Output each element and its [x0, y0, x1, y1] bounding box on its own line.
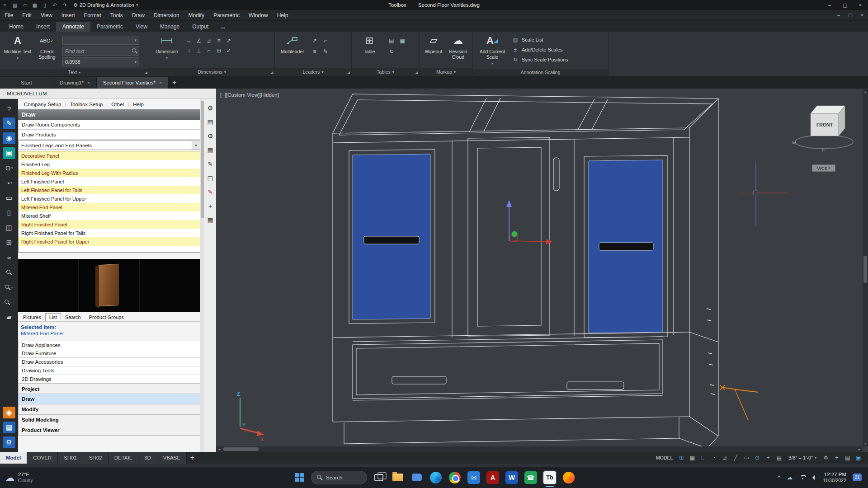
onedrive-cloud-icon[interactable]: ☁ [787, 474, 793, 481]
tab-company-setup[interactable]: Company Setup [20, 102, 66, 107]
dim-space-icon[interactable]: ⊞ [214, 47, 223, 55]
scrollbar-thumb[interactable] [201, 101, 204, 218]
horizontal-scrollbar[interactable]: ◂ ▸ [216, 446, 863, 452]
tables-dialog-launcher-icon[interactable]: ◢ [415, 70, 418, 75]
leader-add-icon[interactable]: ↗ [310, 37, 319, 45]
undo-icon[interactable]: ↶ [50, 0, 60, 10]
list-item[interactable]: Right Finished Panel for Upper [19, 237, 200, 246]
list-item[interactable]: Right Finished Panel [19, 220, 200, 229]
leader-collect-icon[interactable]: ✎ [321, 47, 330, 56]
multiline-text-button[interactable]: A Multiline Text ▾ [4, 34, 32, 61]
tab-search[interactable]: Search [61, 313, 85, 321]
zoom-window-icon[interactable]: ▭ [3, 296, 15, 308]
menu-file[interactable]: File [0, 10, 18, 21]
new-icon[interactable]: ▤ [10, 0, 20, 10]
menu-view[interactable]: View [36, 10, 57, 21]
menu-modify[interactable]: Modify [184, 10, 209, 21]
doc-tab-start[interactable]: Start [0, 77, 53, 89]
scrollbar-thumb[interactable] [223, 447, 259, 451]
section-draw[interactable]: Draw [18, 394, 200, 404]
scroll-right-icon[interactable]: ▸ [856, 447, 863, 451]
tab-other[interactable]: Other [107, 102, 129, 107]
search-box[interactable]: Search [311, 471, 367, 484]
table-extract-icon[interactable]: ▦ [398, 37, 407, 45]
text-style-combo[interactable]: ▾ [62, 36, 139, 45]
ribbon-tab-view[interactable]: View [129, 22, 154, 32]
weather-widget[interactable]: ☁ 27°F Cloudy [0, 472, 136, 483]
table-button[interactable]: ⊞ Table [355, 34, 383, 54]
check-spelling-button[interactable]: ABC✓ Check Spelling [35, 34, 59, 60]
list-item[interactable]: Finished Leg With Radius [19, 169, 200, 177]
task-view-button[interactable] [372, 470, 386, 485]
workspace-selector[interactable]: ⚙ 2D Drafting & Annotation ▾ [70, 2, 142, 8]
visibility-eye-icon[interactable]: ⊙▾ [3, 162, 15, 174]
polar-tracking-icon[interactable]: ◔ [709, 453, 719, 462]
leader-align-icon[interactable]: ≡ [310, 47, 319, 56]
wipeout-button[interactable]: ▱ Wipeout [423, 34, 444, 54]
paint-brush-icon[interactable]: ✎ [206, 188, 215, 197]
draw-furniture-row[interactable]: Draw Furniture [18, 349, 200, 358]
eraser-icon[interactable]: ▰ [3, 311, 15, 323]
clock[interactable]: 12:27 PM 11/30/2022 [823, 472, 846, 483]
toolbox-app-icon[interactable]: Tb [542, 470, 557, 485]
doc-tab-drawing1[interactable]: Drawing1*× [53, 77, 97, 89]
add-delete-scales-button[interactable]: ±Add/Delete Scales [512, 45, 568, 55]
palette-settings-icon[interactable]: ⚙ [3, 436, 15, 448]
leader-remove-icon[interactable]: ⌐ [321, 37, 330, 45]
annotation-scale-control[interactable]: 3/8" = 1'-0"▾ [785, 455, 820, 460]
save-icon[interactable]: ▦ [30, 0, 40, 10]
text-height-combo[interactable]: 0.0938▾ [62, 57, 139, 66]
firefox-icon[interactable] [561, 470, 576, 485]
isometric-drafting-icon[interactable]: ⊿ [720, 453, 730, 462]
sync-scale-positions-button[interactable]: ↻Sync Scale Positions [512, 55, 568, 65]
new-layout-button[interactable]: + [187, 454, 198, 462]
drawing-tools-row[interactable]: Drawing Tools [18, 366, 200, 375]
doc-close-button[interactable]: × [856, 11, 868, 20]
list-item[interactable]: Left Finished Panel [19, 177, 200, 186]
draw-room-components-row[interactable]: Draw Room Components [18, 120, 200, 130]
search-icon[interactable] [132, 48, 137, 54]
scroll-left-icon[interactable]: ◂ [216, 447, 222, 451]
preview-thumbnail[interactable] [18, 259, 79, 312]
menu-format[interactable]: Format [80, 10, 106, 21]
menu-parametric[interactable]: Parametric [209, 10, 244, 21]
doc-minimize-button[interactable]: – [833, 11, 844, 20]
drawing-viewport[interactable]: FRONT W S Z Y X [−][Custom View][Hidden] [216, 89, 868, 452]
radius-tool-icon[interactable]: ◉ [3, 132, 15, 144]
minimize-button[interactable]: – [822, 0, 837, 10]
edit-pencil-icon[interactable]: ✎ [206, 160, 215, 169]
draw-products-row[interactable]: Draw Products [18, 130, 200, 140]
menu-help[interactable]: Help [273, 10, 293, 21]
dim-continue-icon[interactable]: ↗ [224, 37, 233, 45]
mail-icon[interactable]: ✉ [467, 470, 481, 485]
menu-edit[interactable]: Edit [18, 10, 36, 21]
list-item[interactable]: Finished Leg [19, 160, 200, 169]
viewcube-west-label[interactable]: W [792, 141, 796, 145]
section-solid-modeling[interactable]: Solid Modeling [18, 415, 200, 425]
doc-restore-button[interactable]: ▢ [844, 11, 856, 20]
layout-tab-sh01[interactable]: SH01 [58, 452, 83, 464]
scrollbar-thumb[interactable] [863, 256, 867, 283]
layout-tab-3d[interactable]: 3D [138, 452, 157, 464]
text-dialog-launcher-icon[interactable]: ◢ [145, 70, 147, 75]
snap-mode-icon[interactable]: ▦ [687, 453, 697, 462]
file-explorer-icon[interactable] [391, 470, 405, 485]
table-link-icon[interactable]: ↻ [387, 47, 396, 56]
dimensions-dialog-launcher-icon[interactable]: ◢ [270, 70, 273, 75]
wcs-dropdown[interactable]: WCS▾ [812, 164, 835, 172]
chrome-icon[interactable] [448, 470, 462, 485]
compass-tool-icon[interactable]: ◔▾ [3, 177, 15, 189]
ribbon-tab-manage[interactable]: Manage [154, 22, 186, 32]
find-text-input[interactable] [62, 47, 139, 56]
acrobat-icon[interactable]: A [486, 470, 500, 485]
ribbon-tab-parametric[interactable]: Parametric [90, 22, 129, 32]
tab-help[interactable]: Help [129, 102, 148, 107]
tab-product-groups[interactable]: Product Groups [85, 313, 128, 321]
annotation-visibility-icon[interactable]: ▤ [774, 453, 784, 462]
layout-tab-model[interactable]: Model [0, 452, 27, 464]
layout-tab-cover[interactable]: COVER [27, 452, 58, 464]
zoom-in-icon[interactable]: + [3, 282, 15, 293]
close-icon[interactable]: × [87, 80, 90, 85]
list-item[interactable]: Mitered Shelf [19, 211, 200, 220]
object-snap-tracking-icon[interactable]: ╱ [731, 453, 741, 462]
